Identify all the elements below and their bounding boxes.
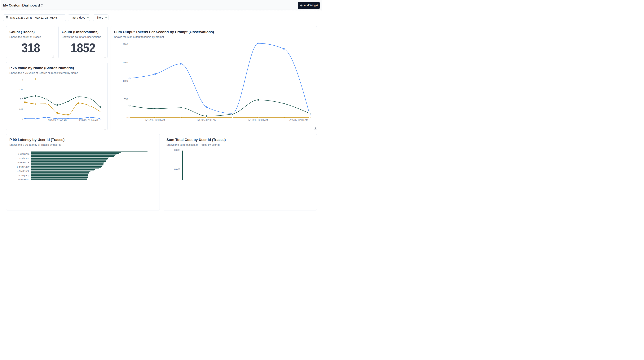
svg-text:0.25: 0.25 [18,108,23,110]
svg-text:0: 0 [127,116,128,119]
svg-text:5/21/25, 02:00 AM: 5/21/25, 02:00 AM [78,119,98,122]
svg-text:550: 550 [124,98,128,101]
svg-text:u-8sq2w4a: u-8sq2w4a [18,152,29,155]
svg-text:1100: 1100 [123,80,128,82]
svg-text:0.75: 0.75 [18,88,23,91]
svg-text:u-d3qr5cg: u-d3qr5cg [18,174,29,177]
svg-text:u-aobnuxf: u-aobnuxf [18,157,29,159]
svg-text:u-tFAR5TX: u-tFAR5TX [18,161,29,164]
svg-text:5/21/25, 02:00 AM: 5/21/25, 02:00 AM [289,119,308,121]
svg-text:5/19/25, 02:00 AM: 5/19/25, 02:00 AM [248,119,268,121]
svg-text:1650: 1650 [123,61,128,64]
svg-text:u-5M8D56k: u-5M8D56k [17,170,29,173]
svg-text:u-8fVa9T3: u-8fVa9T3 [18,179,29,180]
svg-text:5/17/25, 02:00 AM: 5/17/25, 02:00 AM [197,119,216,121]
svg-text:5/15/25, 02:00 AM: 5/15/25, 02:00 AM [146,119,165,121]
svg-text:0: 0 [22,117,23,120]
svg-text:1: 1 [22,79,23,81]
svg-text:5/17/25, 02:00 AM: 5/17/25, 02:00 AM [48,119,67,122]
svg-text:u-zVqP3hw: u-zVqP3hw [17,165,30,168]
svg-text:2200: 2200 [123,43,128,46]
svg-text:0.5: 0.5 [20,98,23,101]
svg-text:0.006: 0.006 [174,168,180,171]
svg-text:0.008: 0.008 [174,149,180,151]
